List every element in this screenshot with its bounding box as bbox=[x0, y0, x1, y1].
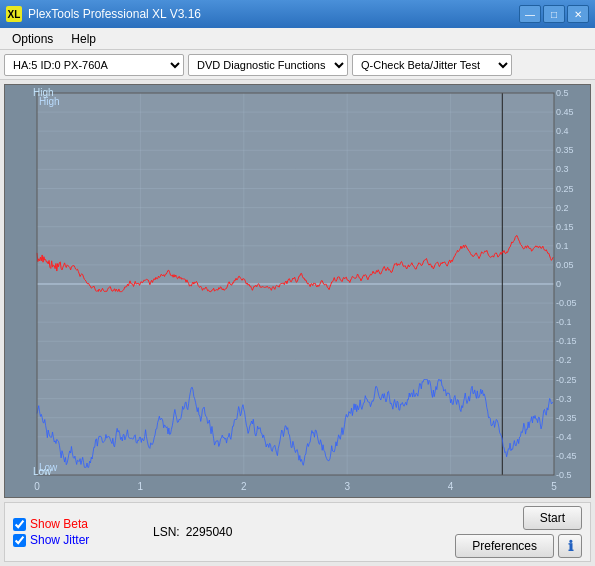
lsn-label: LSN: bbox=[153, 525, 180, 539]
chart-label-low: Low bbox=[33, 466, 51, 477]
title-bar-left: XL PlexTools Professional XL V3.16 bbox=[6, 6, 201, 22]
menu-help[interactable]: Help bbox=[63, 30, 104, 48]
chart-container: High Low bbox=[4, 84, 591, 498]
show-jitter-checkbox-row[interactable]: Show Jitter bbox=[13, 533, 133, 547]
close-button[interactable]: ✕ bbox=[567, 5, 589, 23]
chart-canvas bbox=[5, 85, 590, 497]
app-icon: XL bbox=[6, 6, 22, 22]
toolbar: HA:5 ID:0 PX-760A DVD Diagnostic Functio… bbox=[0, 50, 595, 80]
pref-info-row: Preferences ℹ bbox=[455, 534, 582, 558]
function-select[interactable]: DVD Diagnostic Functions bbox=[188, 54, 348, 76]
window-controls: — □ ✕ bbox=[519, 5, 589, 23]
drive-select[interactable]: HA:5 ID:0 PX-760A bbox=[4, 54, 184, 76]
show-beta-label: Show Beta bbox=[30, 517, 88, 531]
info-button[interactable]: ℹ bbox=[558, 534, 582, 558]
test-select[interactable]: Q-Check Beta/Jitter Test bbox=[352, 54, 512, 76]
preferences-button[interactable]: Preferences bbox=[455, 534, 554, 558]
minimize-button[interactable]: — bbox=[519, 5, 541, 23]
lsn-area: LSN: 2295040 bbox=[153, 525, 455, 539]
window-title: PlexTools Professional XL V3.16 bbox=[28, 7, 201, 21]
buttons-right: Start Preferences ℹ bbox=[455, 506, 582, 558]
main-area: High Low Show Beta Show Jitter LSN: 2295… bbox=[0, 80, 595, 566]
maximize-button[interactable]: □ bbox=[543, 5, 565, 23]
show-jitter-checkbox[interactable] bbox=[13, 534, 26, 547]
chart-label-high: High bbox=[33, 87, 54, 98]
menu-options[interactable]: Options bbox=[4, 30, 61, 48]
start-button[interactable]: Start bbox=[523, 506, 582, 530]
show-beta-checkbox[interactable] bbox=[13, 518, 26, 531]
lsn-value: 2295040 bbox=[186, 525, 233, 539]
checkboxes-area: Show Beta Show Jitter bbox=[13, 517, 133, 547]
menu-bar: Options Help bbox=[0, 28, 595, 50]
show-beta-checkbox-row[interactable]: Show Beta bbox=[13, 517, 133, 531]
bottom-controls: Show Beta Show Jitter LSN: 2295040 Start… bbox=[4, 502, 591, 562]
show-jitter-label: Show Jitter bbox=[30, 533, 89, 547]
title-bar: XL PlexTools Professional XL V3.16 — □ ✕ bbox=[0, 0, 595, 28]
